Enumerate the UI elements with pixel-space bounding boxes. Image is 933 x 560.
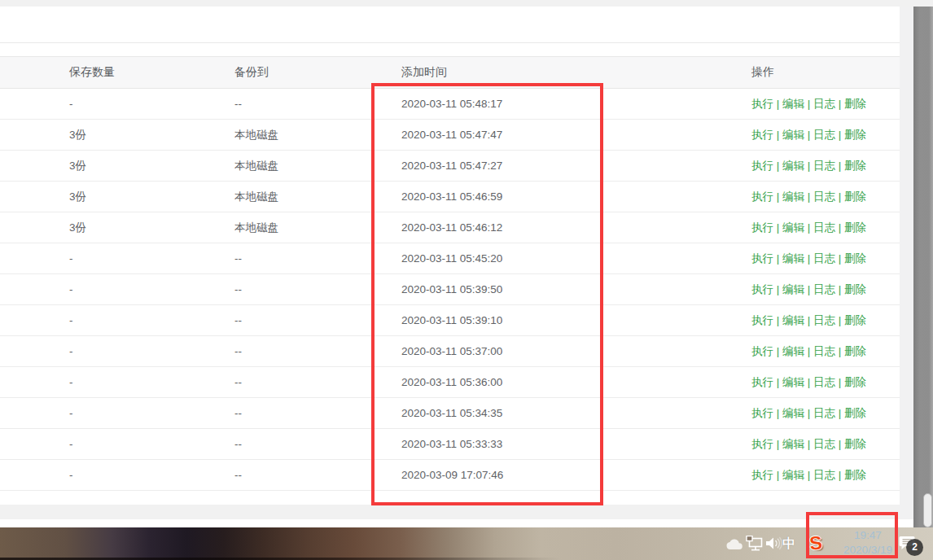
cell-operations: 执行 | 编辑 | 日志 | 删除 <box>737 336 900 367</box>
action-log-link[interactable]: 日志 <box>813 345 835 357</box>
cell-save-count: - <box>55 460 220 491</box>
cell-spacer <box>0 429 55 460</box>
action-log-link[interactable]: 日志 <box>813 252 835 265</box>
cell-spacer <box>0 151 55 182</box>
cell-operations: 执行 | 编辑 | 日志 | 删除 <box>737 120 900 151</box>
action-log-link[interactable]: 日志 <box>813 160 835 172</box>
action-edit-link[interactable]: 编辑 <box>782 376 804 388</box>
action-log-link[interactable]: 日志 <box>813 283 835 295</box>
page-content-area: 保存数量 备份到 添加时间 操作 - -- 2020-03-11 05:48:1… <box>0 7 900 505</box>
cell-save-count: - <box>55 243 220 274</box>
action-edit-link[interactable]: 编辑 <box>782 469 804 481</box>
action-delete-link[interactable]: 删除 <box>844 283 866 295</box>
action-delete-link[interactable]: 删除 <box>844 221 866 234</box>
action-run-link[interactable]: 执行 <box>751 376 773 388</box>
action-edit-link[interactable]: 编辑 <box>782 98 804 110</box>
action-run-link[interactable]: 执行 <box>751 129 773 141</box>
action-delete-link[interactable]: 删除 <box>844 190 866 203</box>
cloud-icon[interactable] <box>726 539 742 549</box>
action-edit-link[interactable]: 编辑 <box>782 345 804 357</box>
action-edit-link[interactable]: 编辑 <box>782 314 804 326</box>
cell-spacer <box>0 243 55 274</box>
cell-spacer <box>602 212 737 243</box>
action-separator: | <box>835 283 844 295</box>
action-log-link[interactable]: 日志 <box>813 376 835 388</box>
action-delete-link[interactable]: 删除 <box>844 345 866 357</box>
action-log-link[interactable]: 日志 <box>813 438 835 450</box>
action-separator: | <box>773 438 782 450</box>
table-row: 3份 本地磁盘 2020-03-11 05:46:12 执行 | 编辑 | 日志… <box>0 212 900 243</box>
cell-add-time: 2020-03-11 05:46:12 <box>387 212 602 243</box>
action-run-link[interactable]: 执行 <box>751 160 773 172</box>
action-separator: | <box>773 314 782 326</box>
cell-backup-to: -- <box>220 460 387 491</box>
cell-spacer <box>602 367 737 398</box>
action-delete-link[interactable]: 删除 <box>844 129 866 141</box>
action-delete-link[interactable]: 删除 <box>844 252 866 265</box>
cell-spacer <box>602 151 737 182</box>
cell-backup-to: -- <box>220 305 387 336</box>
action-separator: | <box>804 98 813 110</box>
action-log-link[interactable]: 日志 <box>813 98 835 110</box>
action-edit-link[interactable]: 编辑 <box>782 221 804 234</box>
taskbar-clock[interactable]: 19:47 2020/3/19 <box>837 528 899 558</box>
action-edit-link[interactable]: 编辑 <box>782 283 804 295</box>
clock-time: 19:47 <box>837 528 899 543</box>
action-run-link[interactable]: 执行 <box>751 252 773 265</box>
action-run-link[interactable]: 执行 <box>751 314 773 326</box>
action-delete-link[interactable]: 删除 <box>844 407 866 419</box>
network-display-icon[interactable] <box>746 536 764 551</box>
table-row: - -- 2020-03-11 05:45:20 执行 | 编辑 | 日志 | … <box>0 243 900 274</box>
action-delete-link[interactable]: 删除 <box>844 314 866 326</box>
action-edit-link[interactable]: 编辑 <box>782 160 804 172</box>
action-edit-link[interactable]: 编辑 <box>782 252 804 265</box>
action-run-link[interactable]: 执行 <box>751 190 773 203</box>
action-run-link[interactable]: 执行 <box>751 98 773 110</box>
action-edit-link[interactable]: 编辑 <box>782 129 804 141</box>
action-log-link[interactable]: 日志 <box>813 469 835 481</box>
action-delete-link[interactable]: 删除 <box>844 438 866 450</box>
cell-add-time: 2020-03-11 05:36:00 <box>387 367 602 398</box>
cell-operations: 执行 | 编辑 | 日志 | 删除 <box>737 243 900 274</box>
cell-save-count: 3份 <box>55 212 220 243</box>
scrollbar-thumb[interactable] <box>923 493 932 527</box>
action-edit-link[interactable]: 编辑 <box>782 438 804 450</box>
action-edit-link[interactable]: 编辑 <box>782 190 804 203</box>
sogou-input-icon[interactable]: S <box>805 532 827 554</box>
action-run-link[interactable]: 执行 <box>751 345 773 357</box>
action-delete-link[interactable]: 删除 <box>844 469 866 481</box>
cell-add-time: 2020-03-11 05:47:27 <box>387 151 602 182</box>
action-delete-link[interactable]: 删除 <box>844 376 866 388</box>
action-delete-link[interactable]: 删除 <box>844 160 866 172</box>
speaker-icon[interactable] <box>765 536 782 550</box>
action-separator: | <box>835 376 844 388</box>
action-run-link[interactable]: 执行 <box>751 438 773 450</box>
table-row: - -- 2020-03-11 05:39:10 执行 | 编辑 | 日志 | … <box>0 305 900 336</box>
cell-backup-to: 本地磁盘 <box>220 212 387 243</box>
scrollbar-track[interactable] <box>913 7 933 527</box>
action-log-link[interactable]: 日志 <box>813 221 835 234</box>
action-edit-link[interactable]: 编辑 <box>782 407 804 419</box>
table-body: - -- 2020-03-11 05:48:17 执行 | 编辑 | 日志 | … <box>0 89 900 491</box>
notification-count-badge[interactable]: 2 <box>906 539 923 556</box>
cell-backup-to: 本地磁盘 <box>220 151 387 182</box>
cell-operations: 执行 | 编辑 | 日志 | 删除 <box>737 212 900 243</box>
action-log-link[interactable]: 日志 <box>813 314 835 326</box>
cell-spacer <box>0 274 55 305</box>
table-row: - -- 2020-03-11 05:39:50 执行 | 编辑 | 日志 | … <box>0 274 900 305</box>
action-log-link[interactable]: 日志 <box>813 190 835 203</box>
action-run-link[interactable]: 执行 <box>751 407 773 419</box>
cell-add-time: 2020-03-11 05:39:10 <box>387 305 602 336</box>
action-log-link[interactable]: 日志 <box>813 407 835 419</box>
action-run-link[interactable]: 执行 <box>751 283 773 295</box>
cell-spacer <box>0 305 55 336</box>
action-separator: | <box>835 407 844 419</box>
header-spacer <box>0 57 55 89</box>
action-delete-link[interactable]: 删除 <box>844 98 866 110</box>
action-run-link[interactable]: 执行 <box>751 221 773 234</box>
cell-spacer <box>602 305 737 336</box>
action-run-link[interactable]: 执行 <box>751 469 773 481</box>
ime-chinese-indicator[interactable]: 中 <box>782 536 795 553</box>
action-separator: | <box>804 283 813 295</box>
action-log-link[interactable]: 日志 <box>813 129 835 141</box>
